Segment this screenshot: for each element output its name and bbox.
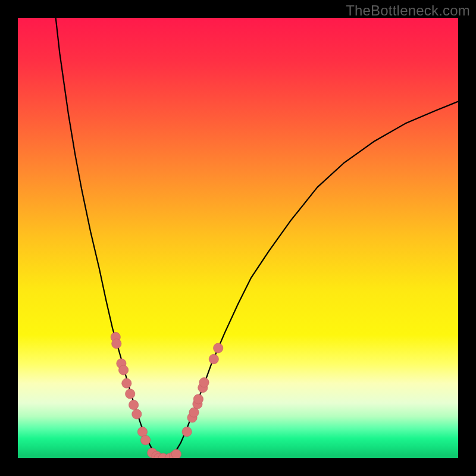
watermark-text: TheBottleneck.com xyxy=(346,2,470,19)
data-marker xyxy=(182,427,192,436)
marker-group xyxy=(111,332,223,458)
data-marker xyxy=(118,365,128,375)
data-marker xyxy=(132,409,142,419)
data-marker xyxy=(129,400,138,409)
data-marker xyxy=(140,436,150,445)
data-marker xyxy=(209,354,218,364)
data-marker xyxy=(126,389,135,399)
data-marker xyxy=(122,378,131,388)
plot-area xyxy=(18,18,458,458)
data-marker xyxy=(199,378,209,387)
data-marker xyxy=(214,343,223,353)
data-marker xyxy=(112,339,121,348)
data-marker xyxy=(171,449,181,458)
data-marker xyxy=(193,394,203,404)
bottleneck-curve xyxy=(56,18,458,458)
chart-frame: TheBottleneck.com xyxy=(0,0,476,476)
curve-layer xyxy=(18,18,458,458)
